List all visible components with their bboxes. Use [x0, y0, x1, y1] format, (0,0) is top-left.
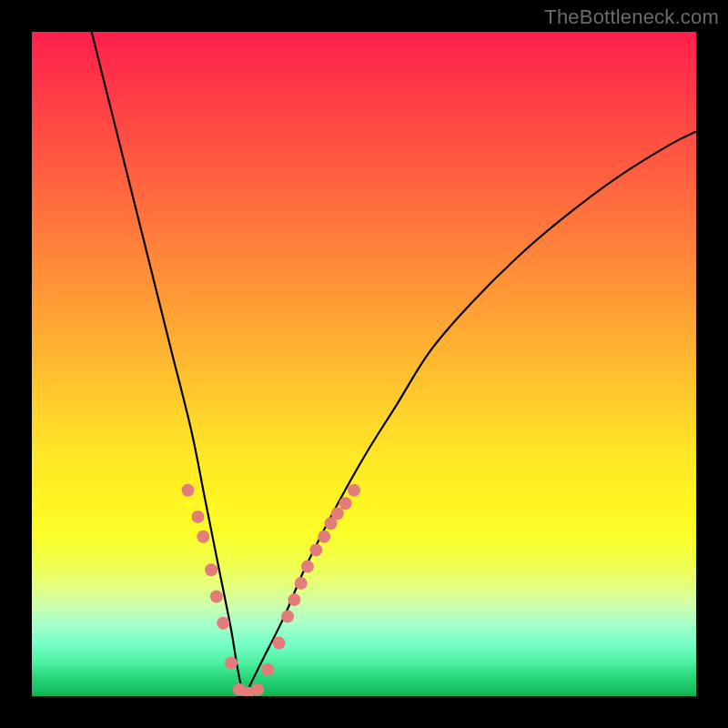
chart-frame: TheBottleneck.com — [0, 0, 728, 728]
sample-dot — [210, 591, 223, 603]
sample-dot — [192, 511, 205, 523]
sample-dot — [295, 577, 308, 590]
sample-dot — [273, 637, 286, 650]
sample-dot — [281, 610, 294, 622]
sample-dot — [301, 561, 314, 573]
sample-dot — [331, 507, 344, 520]
sample-dot — [261, 663, 274, 676]
sample-dot — [309, 543, 322, 556]
sample-dot — [217, 617, 229, 630]
sample-dot — [339, 497, 352, 510]
plot-area — [32, 32, 696, 696]
sample-dot — [251, 683, 264, 696]
sample-dot — [197, 531, 209, 543]
sample-dot — [225, 657, 238, 670]
sample-dot — [205, 563, 217, 576]
sample-dot — [182, 484, 195, 497]
chart-svg — [32, 32, 696, 696]
sample-dot — [348, 484, 360, 497]
bottleneck-curve — [92, 32, 696, 696]
watermark-text: TheBottleneck.com — [544, 5, 719, 29]
sample-dot — [288, 593, 300, 606]
sample-dot — [318, 531, 330, 543]
